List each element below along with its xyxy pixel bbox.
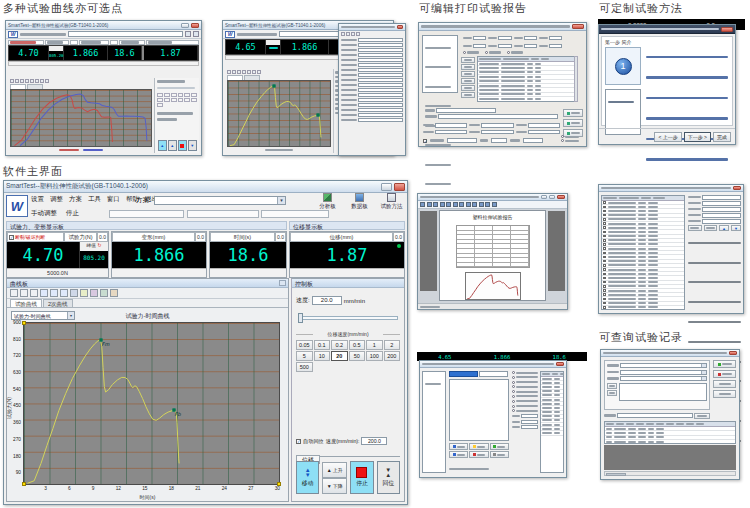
- field-input[interactable]: [498, 36, 511, 41]
- zoom-window-icon[interactable]: [50, 289, 58, 297]
- row-checkbox[interactable]: [603, 264, 606, 267]
- toolbar-icon[interactable]: [472, 202, 477, 207]
- speed-button[interactable]: [164, 93, 170, 97]
- row-checkbox[interactable]: [603, 222, 606, 225]
- toolbar-icon[interactable]: [466, 202, 471, 207]
- toolbar-icon[interactable]: [433, 202, 438, 207]
- speed-button[interactable]: [191, 93, 197, 97]
- row-checkbox[interactable]: [603, 293, 606, 296]
- titlebar[interactable]: [601, 350, 739, 357]
- field-input[interactable]: [521, 414, 538, 418]
- minimize-button[interactable]: [181, 23, 189, 28]
- speed-button[interactable]: [184, 98, 190, 102]
- field-input[interactable]: [481, 130, 513, 135]
- close-button[interactable]: [729, 351, 737, 355]
- horizontal-scrollbar[interactable]: [604, 471, 736, 476]
- break-checkbox[interactable]: ✓断裂/破坏判断: [7, 232, 64, 242]
- move-button[interactable]: [461, 57, 475, 63]
- speed-button[interactable]: [184, 93, 190, 97]
- titlebar[interactable]: [420, 361, 566, 368]
- down-button[interactable]: ▼下降: [322, 478, 347, 494]
- chevron-down-icon[interactable]: ▾: [277, 197, 285, 204]
- mini-chart-a[interactable]: [10, 89, 152, 147]
- row-checkbox[interactable]: [603, 206, 606, 209]
- records-table[interactable]: [604, 421, 736, 444]
- field-input[interactable]: [528, 130, 560, 135]
- speed-button[interactable]: [171, 98, 177, 102]
- plot-handle[interactable]: [22, 321, 26, 325]
- radio[interactable]: [463, 51, 466, 54]
- row-checkbox[interactable]: [603, 243, 606, 246]
- titlebar[interactable]: SmartTest--塑料拉伸性能试验(GB-T1040.1-2006): [6, 21, 201, 30]
- maximize-button[interactable]: [549, 195, 555, 199]
- move-button[interactable]: [461, 92, 475, 98]
- print-icon[interactable]: [346, 32, 350, 36]
- row-checkbox[interactable]: [603, 273, 606, 276]
- peak-reset-icon[interactable]: ↻: [97, 243, 101, 248]
- row-checkbox[interactable]: [603, 256, 606, 259]
- table-row[interactable]: [605, 440, 735, 444]
- move-button[interactable]: [461, 71, 475, 77]
- curve-marker[interactable]: [316, 114, 319, 117]
- field-value[interactable]: [358, 108, 403, 112]
- move-button[interactable]: [461, 64, 475, 70]
- new-button[interactable]: [449, 443, 468, 450]
- row-checkbox[interactable]: [603, 289, 606, 292]
- radio[interactable]: [512, 405, 515, 408]
- export-button[interactable]: [469, 451, 488, 458]
- table-row[interactable]: [478, 97, 577, 101]
- tab-test-curve[interactable]: 试验曲线: [10, 299, 42, 307]
- move-button[interactable]: ▲: [158, 140, 167, 151]
- title-input[interactable]: [436, 108, 496, 113]
- home-button[interactable]: ▼▲回位: [377, 461, 400, 494]
- dialog-button[interactable]: [563, 119, 583, 127]
- radio[interactable]: [561, 139, 564, 142]
- toolbar-icon[interactable]: [459, 202, 464, 207]
- row-checkbox[interactable]: [603, 239, 606, 242]
- delete-button[interactable]: [704, 225, 718, 231]
- titlebar[interactable]: [419, 23, 586, 31]
- auto-return-row[interactable]: [157, 112, 193, 115]
- remove-button[interactable]: [607, 390, 617, 396]
- scrollbar-thumb[interactable]: [606, 473, 626, 476]
- combo[interactable]: [479, 371, 508, 377]
- peak-box[interactable]: 805.20: [49, 46, 64, 60]
- speed-button[interactable]: [178, 93, 184, 97]
- radio[interactable]: [512, 390, 515, 393]
- finish-button[interactable]: 完成: [713, 132, 731, 142]
- field-input[interactable]: [524, 44, 537, 49]
- move-up-button[interactable]: ▲: [719, 225, 729, 231]
- subtitle-input[interactable]: [438, 114, 558, 119]
- row-checkbox[interactable]: [603, 281, 606, 284]
- field-value[interactable]: [358, 88, 403, 92]
- field-input[interactable]: [528, 123, 560, 128]
- clear-button[interactable]: [713, 370, 736, 378]
- method-button[interactable]: 试验方法: [378, 193, 405, 210]
- row-checkbox[interactable]: [603, 277, 606, 280]
- hand-icon[interactable]: [237, 70, 241, 74]
- quick-dropdown[interactable]: [617, 413, 693, 418]
- row-checkbox[interactable]: [603, 231, 606, 234]
- hand-icon[interactable]: [30, 289, 38, 297]
- row-checkbox[interactable]: [603, 210, 606, 213]
- close-button[interactable]: [397, 25, 403, 29]
- field-input[interactable]: [524, 36, 537, 41]
- speed-button[interactable]: [178, 98, 184, 102]
- field-input[interactable]: [702, 213, 741, 218]
- radio[interactable]: [512, 385, 515, 388]
- titlebar[interactable]: [599, 25, 735, 34]
- print-icon[interactable]: [35, 79, 39, 83]
- row-checkbox[interactable]: [603, 214, 606, 217]
- scheme-combobox[interactable]: [68, 31, 183, 37]
- move-button[interactable]: [461, 85, 475, 91]
- field-value[interactable]: [358, 53, 403, 57]
- add-button[interactable]: [607, 383, 617, 389]
- tree-item[interactable]: [425, 383, 441, 386]
- print-icon[interactable]: [70, 289, 78, 297]
- export-icon[interactable]: [40, 79, 44, 83]
- pointer-icon[interactable]: [10, 289, 18, 297]
- peak-box[interactable]: [266, 40, 281, 54]
- close-button[interactable]: [721, 27, 733, 32]
- query-dropdown[interactable]: [620, 370, 707, 375]
- zoom-in-icon[interactable]: [40, 289, 48, 297]
